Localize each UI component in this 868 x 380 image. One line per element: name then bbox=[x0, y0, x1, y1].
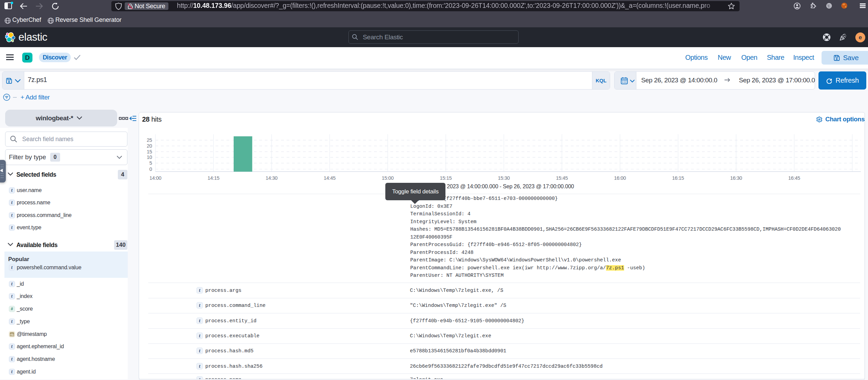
svg-text:14:15: 14:15 bbox=[208, 175, 220, 181]
svg-text:15:30: 15:30 bbox=[498, 175, 510, 181]
svg-text:14:00: 14:00 bbox=[150, 175, 162, 181]
svg-text:15: 15 bbox=[147, 149, 152, 154]
svg-text:15:00: 15:00 bbox=[382, 175, 394, 181]
svg-text:14:45: 14:45 bbox=[324, 175, 336, 181]
svg-text:14:30: 14:30 bbox=[266, 175, 278, 181]
svg-text:15:45: 15:45 bbox=[556, 175, 568, 181]
svg-text:5: 5 bbox=[149, 160, 152, 166]
svg-text:16:15: 16:15 bbox=[672, 175, 684, 181]
svg-text:16:45: 16:45 bbox=[788, 175, 800, 181]
svg-text:16:00: 16:00 bbox=[614, 175, 626, 181]
svg-text:16:30: 16:30 bbox=[730, 175, 742, 181]
svg-text:10: 10 bbox=[147, 154, 152, 160]
svg-text:20: 20 bbox=[147, 143, 152, 149]
svg-text:15:15: 15:15 bbox=[440, 175, 452, 181]
svg-text:25: 25 bbox=[147, 137, 152, 143]
svg-text:0: 0 bbox=[149, 166, 152, 172]
